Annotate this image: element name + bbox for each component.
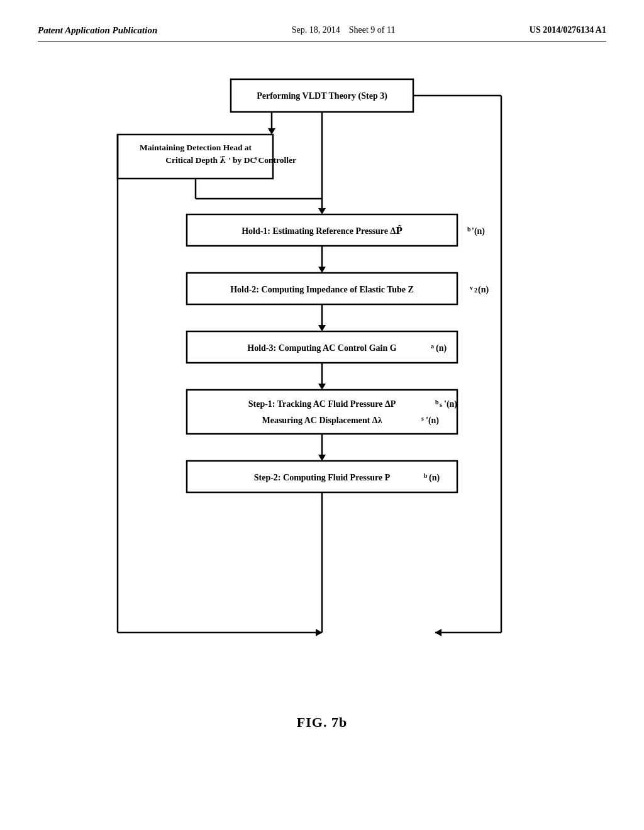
box-step1	[187, 390, 457, 434]
box-step1-sup1: s	[440, 401, 442, 408]
page: Patent Application Publication Sep. 18, …	[0, 0, 644, 830]
box-hold2-sub2: 2	[474, 287, 477, 294]
arrow-6-7-head	[318, 455, 326, 461]
box-hold3-sub: a	[431, 343, 434, 350]
flowchart-svg: Performing VLDT Theory (Step 3) Maintain…	[86, 60, 558, 677]
box-hold1-text: Hold-1: Estimating Reference Pressure ΔP…	[242, 225, 402, 236]
bottom-arrow-head	[316, 629, 322, 636]
box-step1-sub2: s	[421, 415, 424, 422]
figure-caption: FIG. 7b	[38, 714, 606, 731]
arrow-4-5-head	[318, 325, 326, 331]
box-maintain-text1: Maintaining Detection Head at	[140, 143, 252, 152]
box-step2-n: (n)	[429, 473, 440, 483]
header: Patent Application Publication Sep. 18, …	[38, 25, 606, 42]
box-step1-prime1: '(n)	[444, 399, 457, 409]
patent-number: US 2014/0276134 A1	[530, 25, 606, 35]
box-hold1-sub: b	[467, 226, 471, 233]
box-hold2-n: (n)	[478, 285, 489, 295]
arrow-5-6-head	[318, 384, 326, 390]
box-hold2-text: Hold-2: Computing Impedance of Elastic T…	[230, 285, 414, 294]
box-vldt-text: Performing VLDT Theory (Step 3)	[257, 91, 387, 101]
sheet-info: Sheet 9 of 11	[349, 25, 396, 35]
box-step2-sub: b	[424, 472, 428, 479]
box-step1-prime2: '(n)	[426, 416, 439, 426]
box-hold3-n: (n)	[436, 343, 447, 353]
box-maintain-text2: Critical Depth λ̃	[165, 155, 226, 165]
arrow-1-head	[268, 128, 275, 135]
publication-label: Patent Application Publication	[38, 25, 157, 36]
box-maintain-text3: ' by DC Controller	[228, 155, 296, 165]
box-step1-sub1: b	[435, 399, 439, 406]
publication-date: Sep. 18, 2014	[292, 25, 340, 35]
box-hold2-sub1: v	[470, 284, 473, 291]
diagram-container: Performing VLDT Theory (Step 3) Maintain…	[38, 60, 606, 677]
box-step1-text2: Measuring AC Displacement Δλ	[262, 416, 382, 425]
box-hold1-prime: '(n)	[472, 226, 485, 236]
feedback-bottom-head	[435, 629, 441, 636]
arrow-2-head	[318, 208, 326, 214]
box-step2-text: Step-2: Computing Fluid Pressure P	[254, 473, 391, 482]
box-step1-text1: Step-1: Tracking AC Fluid Pressure ΔP	[248, 399, 396, 409]
box-hold3-text: Hold-3: Computing AC Control Gain G	[247, 343, 396, 353]
arrow-3-4-head	[318, 267, 326, 273]
header-center: Sep. 18, 2014 Sheet 9 of 11	[292, 25, 396, 35]
